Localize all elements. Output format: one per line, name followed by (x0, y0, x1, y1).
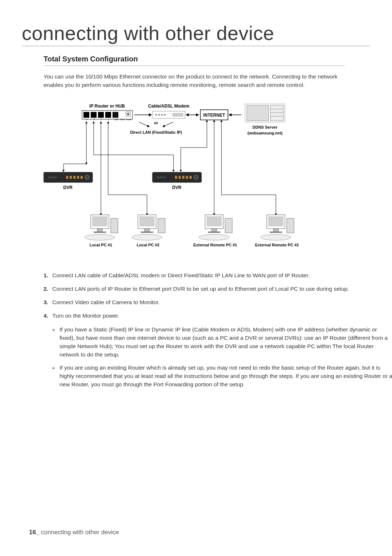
svg-rect-1 (83, 112, 89, 118)
svg-rect-40 (186, 176, 188, 179)
pc-icon (261, 215, 294, 240)
svg-point-36 (194, 175, 198, 180)
label-dvr-right: DVR (172, 185, 181, 190)
step-number: 3. (44, 298, 52, 306)
svg-point-17 (158, 114, 160, 116)
step-item: 2. Connect LAN ports of IP Router to Eth… (44, 285, 363, 293)
intro-paragraph: You can use the 10/100 Mbps Ethernet con… (44, 72, 341, 89)
bullet-text: If you are using an existing Router whic… (60, 363, 392, 389)
svg-rect-39 (182, 176, 184, 179)
dvr-icon: SAMSUNG (152, 172, 201, 182)
svg-rect-57 (212, 229, 217, 231)
step-item: 3. Connect Video cable of Camera to Moni… (44, 298, 363, 306)
document-page: connecting with other device Total Syste… (0, 0, 392, 556)
dvr-icon: SAMSUNG (44, 172, 93, 182)
svg-rect-29 (66, 176, 68, 179)
page-number: 16_ (29, 529, 39, 536)
svg-text:3: 3 (94, 118, 95, 121)
svg-rect-50 (139, 216, 155, 226)
svg-rect-23 (270, 105, 283, 121)
svg-rect-53 (158, 218, 165, 233)
svg-rect-31 (73, 176, 75, 179)
svg-rect-20 (172, 113, 183, 117)
network-diagram: IP Router or HUB Cable/ADSL Modem 4 3 2 … (44, 100, 341, 257)
step-text: Connect LAN ports of IP Router to Ethern… (52, 285, 349, 293)
svg-rect-44 (92, 216, 107, 226)
pc-icon (132, 215, 165, 240)
svg-rect-59 (225, 218, 232, 233)
svg-rect-3 (98, 112, 104, 118)
step-number: 2. (44, 285, 52, 293)
label-ddns-server: DDNS Server (253, 125, 278, 129)
svg-point-66 (261, 234, 291, 240)
label-direct-lan: Direct LAN (Fixed/Static IP) (130, 130, 182, 134)
svg-text:WAN: WAN (114, 118, 119, 121)
svg-point-7 (127, 113, 129, 115)
svg-point-54 (132, 234, 162, 240)
ddns-server-icon (245, 104, 285, 122)
label-ip-router: IP Router or HUB (89, 104, 125, 109)
label-ext-pc2: External Remote PC #2 (255, 243, 299, 247)
label-ddns-url: (websamsung.net) (248, 131, 283, 135)
page-title: connecting with other device (22, 22, 370, 46)
svg-rect-33 (81, 176, 83, 179)
bullet-item: ■ If you are using an existing Router wh… (52, 363, 392, 389)
arrow-icon (139, 122, 149, 126)
svg-rect-30 (70, 176, 72, 179)
arrow-icon (163, 122, 173, 126)
svg-rect-47 (111, 218, 118, 233)
svg-rect-46 (94, 231, 106, 233)
svg-rect-32 (77, 176, 79, 179)
svg-rect-41 (189, 176, 192, 179)
svg-rect-52 (141, 231, 153, 233)
step-text: Turn on the Monitor power. (52, 311, 119, 320)
step-item: 1. Connect LAN cable of Cable/ADSL modem… (44, 271, 363, 279)
svg-text:Reset: Reset (120, 118, 125, 121)
svg-rect-65 (287, 218, 294, 233)
page-footer: 16_ connecting with other device (29, 529, 119, 536)
modem-icon (152, 111, 185, 118)
bullet-item: ■ If you have a Static (Fixed) IP line o… (52, 325, 392, 359)
svg-rect-2 (91, 112, 97, 118)
pc-icon (85, 215, 118, 240)
label-local-pc2: Local PC #2 (137, 243, 159, 247)
content-body: Total System Configuration You can use t… (22, 55, 370, 388)
svg-text:SAMSUNG: SAMSUNG (157, 176, 166, 178)
svg-point-28 (85, 175, 89, 180)
svg-text:Power: Power (126, 118, 132, 121)
bullet-text: If you have a Static (Fixed) IP line or … (60, 325, 392, 359)
svg-rect-58 (208, 231, 220, 233)
svg-rect-38 (179, 176, 181, 179)
svg-rect-4 (105, 112, 111, 118)
svg-text:4: 4 (86, 118, 87, 121)
svg-rect-64 (270, 231, 282, 233)
svg-rect-45 (97, 229, 102, 231)
svg-rect-37 (175, 176, 177, 179)
svg-point-48 (85, 234, 115, 240)
ip-router-icon: 4 3 2 1 WAN Reset Power (82, 110, 132, 121)
svg-text:SAMSUNG: SAMSUNG (48, 176, 57, 178)
step-text: Connect LAN cable of Cable/ADSL modem or… (52, 271, 310, 279)
sub-bullets: ■ If you have a Static (Fixed) IP line o… (52, 325, 363, 389)
label-dvr-left: DVR (63, 185, 73, 190)
svg-point-18 (161, 114, 163, 116)
pc-icon (199, 215, 232, 240)
label-modem: Cable/ADSL Modem (148, 104, 189, 109)
svg-point-19 (164, 114, 166, 116)
svg-text:1: 1 (108, 118, 109, 121)
label-internet: INTERNET (203, 113, 225, 118)
label-local-pc1: Local PC #1 (90, 243, 112, 247)
steps-list: 1. Connect LAN cable of Cable/ADSL modem… (44, 271, 363, 389)
svg-rect-62 (268, 216, 283, 226)
svg-rect-5 (113, 112, 118, 118)
bullet-icon: ■ (52, 363, 60, 389)
svg-point-60 (199, 234, 229, 240)
svg-text:2: 2 (101, 118, 102, 121)
section-heading: Total System Configuration (44, 55, 345, 66)
step-number: 4. (44, 311, 52, 320)
label-ext-pc1: External Remote PC #1 (193, 243, 237, 247)
svg-rect-22 (247, 105, 269, 121)
step-text: Connect Video cable of Camera to Monitor… (52, 298, 160, 306)
label-or: or (154, 121, 159, 125)
bullet-icon: ■ (52, 325, 60, 359)
